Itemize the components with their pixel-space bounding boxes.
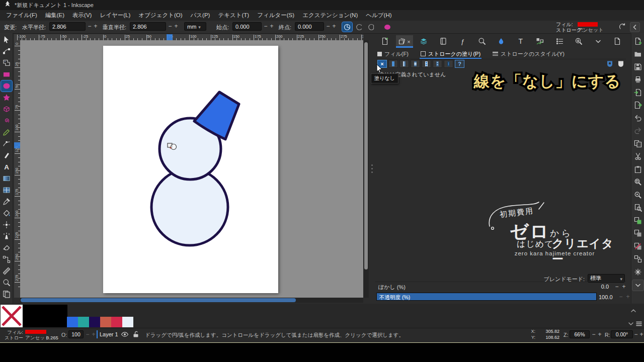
paint-unknown[interactable]	[455, 60, 464, 68]
cmd-redo[interactable]	[632, 126, 643, 136]
canvas[interactable]	[20, 40, 363, 298]
fill-rule-evenodd-icon[interactable]	[605, 60, 614, 68]
cmd-duplicate[interactable]	[632, 215, 643, 226]
reset-tool-defaults-icon[interactable]	[618, 22, 627, 31]
menu-item-4[interactable]: オブジェクト(O)	[134, 10, 186, 21]
tool-calligraphy[interactable]	[1, 150, 12, 161]
collapse-toolbar-button[interactable]	[630, 22, 640, 32]
rotation-increment[interactable]	[638, 330, 644, 339]
cmd-ungroup[interactable]	[632, 266, 643, 277]
ry-input[interactable]: 2.806	[130, 22, 166, 31]
tool-rectangle[interactable]	[1, 69, 12, 80]
paint-mesh-gradient[interactable]	[422, 60, 431, 68]
cmd-zoom-drawing[interactable]	[632, 190, 643, 200]
palette-menu-icon[interactable]	[635, 320, 643, 328]
vertical-scrollbar[interactable]	[363, 40, 369, 298]
palette-swatch-4[interactable]	[89, 317, 100, 327]
object-opacity-decrement[interactable]	[85, 330, 91, 339]
end-input[interactable]: 0.000	[295, 22, 324, 31]
dialog-tab-path-effects[interactable]: ƒ	[454, 35, 471, 48]
tool-mesh-gradient[interactable]	[1, 185, 12, 196]
tool-dropper[interactable]	[1, 196, 12, 207]
vertical-scrollbar-handle[interactable]	[364, 42, 368, 269]
menu-item-6[interactable]: テキスト(T)	[214, 10, 253, 21]
dialog-tab-overflow-chevron[interactable]	[590, 35, 607, 48]
chord-toggle[interactable]	[366, 22, 376, 32]
cmd-create-clone[interactable]	[632, 228, 643, 239]
dialog-tab-document-properties[interactable]	[376, 35, 393, 48]
start-input[interactable]: 0.000	[232, 22, 262, 31]
cmd-more-commands[interactable]	[632, 280, 644, 291]
tab-stroke-paint[interactable]: ストロークの塗り(P)	[420, 49, 481, 59]
dialog-tab-fill-and-stroke[interactable]	[396, 35, 413, 48]
layer-name[interactable]: Layer 1	[100, 331, 118, 337]
tool-measure[interactable]	[1, 265, 12, 277]
opacity-value[interactable]: 100.0	[599, 294, 613, 300]
paint-pattern[interactable]	[433, 60, 442, 68]
menu-item-2[interactable]: 表示(V)	[68, 10, 96, 21]
dialog-tab-align-distribute[interactable]	[531, 35, 548, 48]
opacity-increment-button[interactable]	[625, 293, 631, 301]
object-opacity-input[interactable]: 100	[68, 330, 84, 338]
horizontal-scrollbar-handle[interactable]	[21, 298, 296, 302]
statusbar-fill-swatch[interactable]	[25, 330, 46, 334]
cmd-zoom-selection[interactable]	[632, 177, 643, 188]
palette-swatch-6[interactable]	[111, 317, 122, 327]
cmd-open[interactable]	[632, 49, 643, 59]
tool-ellipse[interactable]	[1, 80, 12, 92]
tool-shape-builder[interactable]	[1, 57, 12, 68]
cmd-cut[interactable]	[632, 151, 643, 162]
close-dialog-icon[interactable]	[407, 37, 410, 46]
vertical-ruler[interactable]: 0255075100125150175200225250275	[14, 40, 20, 298]
start-decrement-button[interactable]	[263, 22, 269, 31]
make-whole-button[interactable]	[382, 22, 392, 32]
paint-flat-color[interactable]	[388, 60, 398, 68]
zoom-decrement[interactable]	[591, 330, 597, 339]
menu-item-7[interactable]: フィルター(S)	[253, 10, 298, 21]
tool-zoom[interactable]	[1, 277, 12, 288]
tab-stroke-style[interactable]: ストロークのスタイル(Y)	[492, 49, 566, 59]
dialog-tab-export-dialog[interactable]	[570, 35, 587, 48]
tool-box-3d[interactable]	[1, 104, 12, 115]
rx-input[interactable]: 2.806	[49, 22, 86, 31]
end-decrement-button[interactable]	[325, 22, 331, 31]
tool-connector[interactable]	[1, 254, 12, 265]
menu-item-8[interactable]: エクステンション(N)	[298, 10, 362, 21]
cmd-export[interactable]	[632, 100, 643, 111]
cmd-undo[interactable]	[632, 113, 643, 123]
tool-gradient[interactable]	[1, 173, 12, 184]
end-increment-button[interactable]	[331, 22, 337, 31]
dialog-tab-objects[interactable]	[551, 35, 568, 48]
palette-swatch-2[interactable]	[67, 317, 78, 327]
menu-item-3[interactable]: レイヤー(L)	[96, 10, 134, 21]
cmd-new-document[interactable]	[632, 36, 643, 46]
opacity-decrement-button[interactable]	[618, 293, 624, 301]
zoom-input[interactable]: 66%	[570, 330, 590, 338]
blur-value[interactable]: 0.0	[574, 284, 609, 290]
cmd-copy[interactable]	[632, 138, 643, 149]
fill-rule-nonzero-icon[interactable]	[616, 60, 625, 68]
tool-selector[interactable]	[1, 34, 12, 45]
palette-swatch-7[interactable]	[122, 317, 133, 327]
paint-linear-gradient[interactable]	[399, 60, 409, 68]
palette-swatch-0[interactable]	[23, 305, 45, 327]
cmd-print[interactable]	[632, 74, 643, 85]
slice-toggle[interactable]	[342, 22, 352, 32]
tool-eraser[interactable]	[1, 242, 12, 253]
toolbar-fill-swatch[interactable]	[578, 22, 598, 27]
tool-spiral[interactable]	[1, 115, 12, 126]
object-opacity-increment[interactable]	[91, 330, 97, 339]
dialog-tab-fill-bounded-area[interactable]	[493, 35, 510, 48]
palette-swatch-5[interactable]	[100, 317, 111, 327]
paint-swatch[interactable]	[444, 60, 453, 68]
dialog-tab-text-and-font[interactable]: T	[512, 35, 529, 48]
dialog-tab-layers[interactable]	[415, 35, 432, 48]
palette-swatch-none[interactable]	[1, 305, 23, 327]
tool-spray[interactable]	[1, 231, 12, 242]
cmd-save[interactable]	[632, 61, 643, 72]
cmd-unlink-clone[interactable]	[632, 241, 643, 251]
rx-decrement-button[interactable]	[87, 22, 93, 31]
horizontal-ruler[interactable]: -100-75-50-25025507510012515017520022525…	[14, 34, 363, 40]
palette-scroll-up-icon[interactable]	[629, 307, 637, 315]
zoom-increment[interactable]	[597, 330, 603, 339]
